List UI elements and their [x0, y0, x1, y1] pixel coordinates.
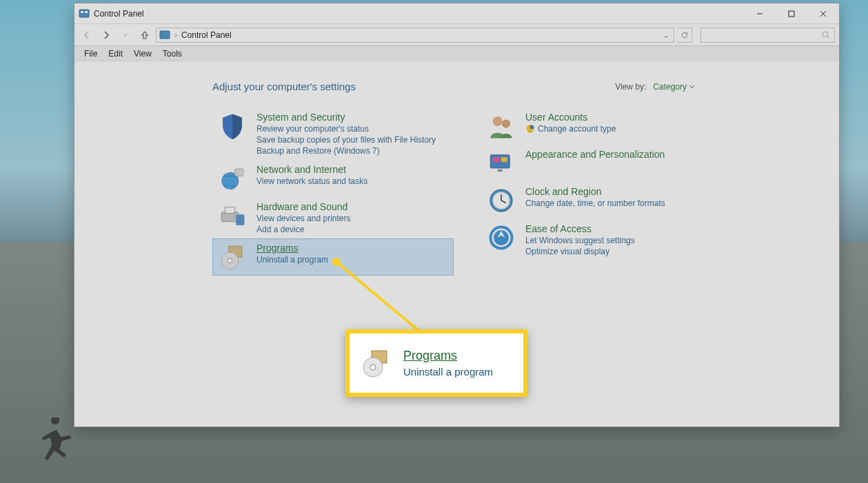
svg-rect-0 — [79, 10, 89, 17]
svg-rect-21 — [493, 157, 501, 162]
svg-point-17 — [228, 258, 232, 263]
category-link[interactable]: Review your computer's status — [256, 124, 436, 134]
svg-rect-1 — [81, 11, 83, 13]
maximize-button[interactable] — [776, 3, 807, 23]
category-appearance[interactable]: Appearance and Personalization — [481, 145, 723, 182]
printer-icon — [218, 201, 247, 230]
address-bar[interactable]: › Control Panel ⌄ — [156, 28, 674, 43]
category-user-accounts[interactable]: User Accounts Change account type — [481, 107, 723, 145]
page-title: Adjust your computer's settings — [212, 81, 356, 92]
category-link[interactable]: View network status and tasks — [256, 176, 367, 186]
search-input[interactable] — [700, 28, 835, 43]
menu-tools[interactable]: Tools — [157, 48, 188, 60]
category-link[interactable]: Save backup copies of your files with Fi… — [256, 135, 436, 145]
chevron-down-icon — [689, 84, 695, 90]
category-link[interactable]: Change account type — [525, 124, 616, 134]
category-title[interactable]: Appearance and Personalization — [525, 149, 665, 160]
shield-icon — [218, 112, 247, 141]
refresh-button[interactable] — [677, 28, 692, 43]
category-title[interactable]: Ease of Access — [525, 223, 635, 234]
svg-point-8 — [822, 32, 827, 37]
category-programs[interactable]: Programs Uninstall a program — [212, 238, 454, 276]
svg-rect-2 — [85, 11, 88, 13]
svg-rect-14 — [236, 214, 244, 225]
svg-point-18 — [493, 116, 503, 126]
svg-point-34 — [370, 364, 376, 370]
clock-icon — [487, 186, 516, 215]
disc-icon — [218, 243, 247, 271]
category-title[interactable]: User Accounts — [525, 112, 616, 123]
category-title[interactable]: System and Security — [256, 112, 436, 123]
titlebar: Control Panel — [74, 3, 839, 24]
breadcrumb-dropdown-icon[interactable]: ⌄ — [663, 30, 669, 40]
category-link[interactable]: Optimize visual display — [525, 247, 635, 256]
breadcrumb-separator-icon: › — [174, 30, 177, 40]
menu-edit[interactable]: Edit — [103, 48, 128, 60]
close-button[interactable] — [807, 3, 839, 23]
svg-rect-11 — [235, 169, 243, 176]
callout-programs: Programs Uninstall a program — [345, 329, 527, 397]
view-by-label: View by: — [615, 82, 646, 92]
category-title[interactable]: Clock and Region — [525, 186, 665, 197]
ease-of-access-icon — [487, 223, 516, 252]
category-clock-region[interactable]: Clock and Region Change date, time, or n… — [481, 182, 723, 219]
breadcrumb-root[interactable]: Control Panel — [181, 30, 232, 40]
category-title[interactable]: Hardware and Sound — [256, 201, 351, 212]
category-link[interactable]: Uninstall a program — [256, 255, 328, 265]
control-panel-icon — [79, 8, 90, 19]
search-icon — [821, 30, 830, 39]
callout-subtitle[interactable]: Uninstall a program — [403, 366, 493, 378]
monitor-icon — [487, 149, 516, 178]
category-ease-of-access[interactable]: Ease of Access Let Windows suggest setti… — [481, 219, 723, 260]
category-hardware-sound[interactable]: Hardware and Sound View devices and prin… — [212, 197, 454, 238]
window-title: Control Panel — [94, 9, 744, 19]
svg-rect-7 — [160, 31, 170, 39]
category-link[interactable]: View devices and printers — [256, 214, 351, 223]
svg-rect-4 — [789, 11, 794, 17]
category-link[interactable]: Add a device — [256, 225, 351, 234]
view-by-dropdown[interactable]: Category — [653, 82, 695, 92]
category-link[interactable]: Change date, time, or number formats — [525, 198, 665, 208]
menu-file[interactable]: File — [79, 48, 103, 60]
up-button[interactable] — [137, 27, 153, 43]
nav-toolbar: › Control Panel ⌄ — [74, 24, 839, 46]
category-link[interactable]: Let Windows suggest settings — [525, 236, 635, 245]
disc-icon — [359, 347, 392, 380]
control-panel-addr-icon — [159, 30, 170, 41]
globe-icon — [218, 164, 247, 193]
svg-rect-23 — [498, 169, 503, 172]
minimize-button[interactable] — [744, 3, 776, 23]
people-icon — [487, 112, 516, 141]
menu-bar: File Edit View Tools — [74, 46, 839, 61]
category-link[interactable]: Backup and Restore (Windows 7) — [256, 146, 436, 156]
svg-line-9 — [827, 37, 829, 38]
svg-rect-22 — [501, 157, 507, 162]
recent-dropdown[interactable] — [117, 27, 134, 43]
menu-view[interactable]: View — [128, 48, 157, 60]
category-title[interactable]: Programs — [256, 243, 328, 254]
category-title[interactable]: Network and Internet — [256, 164, 367, 175]
svg-point-19 — [502, 119, 510, 127]
callout-title[interactable]: Programs — [403, 349, 493, 363]
back-button[interactable] — [79, 27, 95, 43]
uac-shield-icon — [525, 124, 535, 134]
forward-button[interactable] — [98, 27, 114, 43]
category-system-security[interactable]: System and Security Review your computer… — [212, 107, 454, 160]
category-network-internet[interactable]: Network and Internet View network status… — [212, 160, 454, 197]
svg-rect-13 — [225, 207, 235, 214]
